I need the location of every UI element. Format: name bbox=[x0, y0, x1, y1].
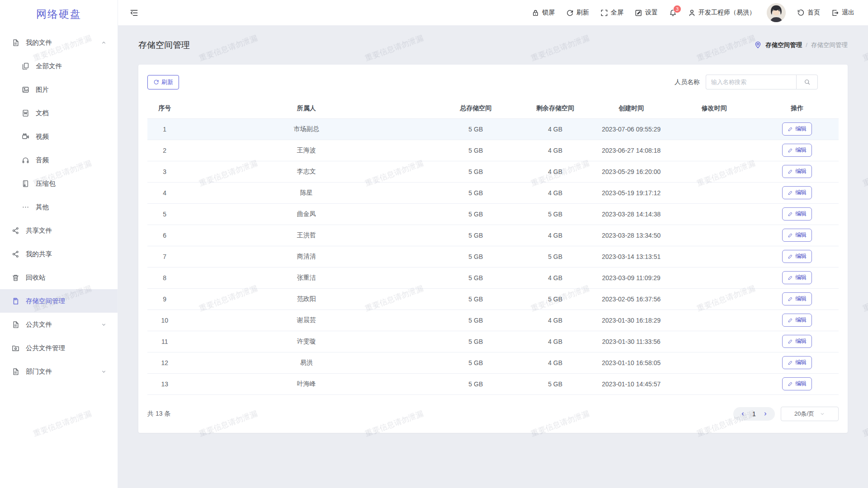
edit-button[interactable]: 编辑 bbox=[782, 207, 812, 221]
sidebar-item-department-files[interactable]: 部门文件 bbox=[0, 360, 118, 383]
cell-actions: 编辑 bbox=[755, 118, 839, 140]
cell-created: 2023-03-14 13:13:51 bbox=[590, 246, 673, 267]
cell-total: 5 GB bbox=[431, 310, 521, 331]
sidebar-item-my-files[interactable]: 我的文件 bbox=[0, 31, 118, 54]
edit-button[interactable]: 编辑 bbox=[782, 292, 812, 305]
logout-label: 退出 bbox=[842, 9, 854, 17]
pencil-icon bbox=[788, 211, 793, 217]
home-button[interactable]: 首页 bbox=[797, 9, 820, 17]
edit-button[interactable]: 编辑 bbox=[782, 377, 812, 390]
refresh-page-button[interactable]: 刷新 bbox=[566, 9, 589, 17]
edit-button-label: 编辑 bbox=[795, 168, 807, 175]
fullscreen-icon bbox=[600, 9, 608, 17]
cell-owner: 王海波 bbox=[182, 140, 430, 161]
edit-button[interactable]: 编辑 bbox=[782, 356, 812, 369]
sidebar-item-public-files[interactable]: 公共文件 bbox=[0, 313, 118, 336]
cell-actions: 编辑 bbox=[755, 288, 839, 310]
user-avatar[interactable] bbox=[767, 3, 786, 22]
edit-button-label: 编辑 bbox=[795, 274, 807, 282]
next-page-button[interactable] bbox=[760, 411, 771, 417]
edit-button-label: 编辑 bbox=[795, 146, 807, 154]
cell-created: 2023-06-27 14:08:18 bbox=[590, 140, 673, 161]
sidebar-item-storage-management[interactable]: 存储空间管理 bbox=[0, 289, 118, 313]
person-icon bbox=[688, 9, 696, 17]
edit-button[interactable]: 编辑 bbox=[782, 271, 812, 284]
breadcrumb-root[interactable]: 存储空间管理 bbox=[765, 41, 802, 49]
cell-owner: 李志文 bbox=[182, 161, 430, 182]
search-input[interactable] bbox=[706, 75, 796, 89]
sidebar-item-my-shares[interactable]: 我的共享 bbox=[0, 242, 118, 266]
edit-button[interactable]: 编辑 bbox=[782, 335, 812, 348]
doc-icon bbox=[22, 109, 29, 117]
refresh-icon bbox=[153, 79, 159, 85]
cell-index: 10 bbox=[147, 310, 182, 331]
notifications-button[interactable]: 3 bbox=[669, 9, 677, 17]
pin-icon bbox=[754, 41, 762, 49]
folder-gear-icon bbox=[12, 344, 19, 352]
person-icon bbox=[688, 9, 696, 17]
sidebar-item-audio[interactable]: 音频 bbox=[0, 148, 118, 172]
edit-button[interactable]: 编辑 bbox=[782, 122, 812, 136]
cell-actions: 编辑 bbox=[755, 246, 839, 267]
column-header-owner: 所属人 bbox=[182, 99, 430, 118]
chevron-down-icon bbox=[101, 322, 107, 328]
cell-index: 4 bbox=[147, 182, 182, 203]
cell-remaining: 5 GB bbox=[521, 246, 590, 267]
cell-modified bbox=[673, 182, 755, 203]
sidebar-item-archives[interactable]: 压缩包 bbox=[0, 172, 118, 195]
sidebar-collapse-icon[interactable] bbox=[130, 9, 138, 17]
sidebar-item-documents[interactable]: 文档 bbox=[0, 101, 118, 125]
fullscreen-button[interactable]: 全屏 bbox=[600, 9, 623, 17]
edit-button-label: 编辑 bbox=[795, 295, 807, 303]
cell-total: 5 GB bbox=[431, 331, 521, 352]
cell-total: 5 GB bbox=[431, 246, 521, 267]
folder-gear-icon bbox=[12, 344, 19, 352]
cell-remaining: 5 GB bbox=[521, 203, 590, 225]
lock-screen-button[interactable]: 锁屏 bbox=[532, 9, 555, 17]
storage-table: 序号 所属人 总存储空间 剩余存储空间 创建时间 修改时间 操作 1市场副总5 … bbox=[147, 99, 839, 395]
current-page[interactable]: 1 bbox=[749, 410, 760, 418]
video-icon bbox=[22, 133, 29, 141]
sidebar-item-recycle-bin[interactable]: 回收站 bbox=[0, 266, 118, 289]
logout-button[interactable]: 退出 bbox=[831, 9, 854, 17]
refresh-table-button[interactable]: 刷新 bbox=[147, 75, 179, 89]
edit-button[interactable]: 编辑 bbox=[782, 165, 812, 178]
user-menu[interactable]: 开发工程师（易洪） bbox=[688, 9, 755, 17]
cell-modified bbox=[673, 310, 755, 331]
sidebar-item-label: 我的文件 bbox=[26, 38, 52, 47]
cell-modified bbox=[673, 331, 755, 352]
edit-button[interactable]: 编辑 bbox=[782, 250, 812, 263]
cell-index: 3 bbox=[147, 161, 182, 182]
cell-modified bbox=[673, 203, 755, 225]
edit-button[interactable]: 编辑 bbox=[782, 144, 812, 157]
table-row: 8张重洁5 GB4 GB2023-03-09 11:09:29编辑 bbox=[147, 267, 839, 288]
edit-button-label: 编辑 bbox=[795, 253, 807, 260]
lock-icon bbox=[532, 9, 539, 17]
edit-button[interactable]: 编辑 bbox=[782, 314, 812, 327]
sidebar-item-videos[interactable]: 视频 bbox=[0, 125, 118, 148]
cell-index: 8 bbox=[147, 267, 182, 288]
sidebar-item-images[interactable]: 图片 bbox=[0, 78, 118, 101]
table-row: 9范政阳5 GB5 GB2023-02-05 16:37:56编辑 bbox=[147, 288, 839, 310]
trash-icon bbox=[12, 274, 19, 282]
page-title: 存储空间管理 bbox=[138, 39, 190, 51]
edit-button[interactable]: 编辑 bbox=[782, 229, 812, 242]
search-button[interactable] bbox=[796, 75, 818, 89]
cell-modified bbox=[673, 288, 755, 310]
edit-button[interactable]: 编辑 bbox=[782, 186, 812, 199]
prev-page-button[interactable] bbox=[737, 411, 749, 417]
cell-index: 13 bbox=[147, 373, 182, 394]
column-header-actions: 操作 bbox=[755, 99, 839, 118]
copy-icon bbox=[22, 62, 29, 70]
sidebar-item-all-files[interactable]: 全部文件 bbox=[0, 54, 118, 78]
pencil-icon bbox=[788, 296, 793, 302]
sidebar-item-others[interactable]: 其他 bbox=[0, 195, 118, 219]
settings-button[interactable]: 设置 bbox=[635, 9, 658, 17]
page-size-select[interactable]: 20条/页 bbox=[781, 407, 839, 421]
cell-modified bbox=[673, 352, 755, 373]
sidebar-item-public-files-management[interactable]: 公共文件管理 bbox=[0, 336, 118, 360]
sidebar-item-shared-files[interactable]: 共享文件 bbox=[0, 219, 118, 242]
sidebar-item-label: 音频 bbox=[36, 156, 49, 164]
pencil-icon bbox=[788, 381, 793, 387]
image-icon bbox=[22, 86, 29, 94]
